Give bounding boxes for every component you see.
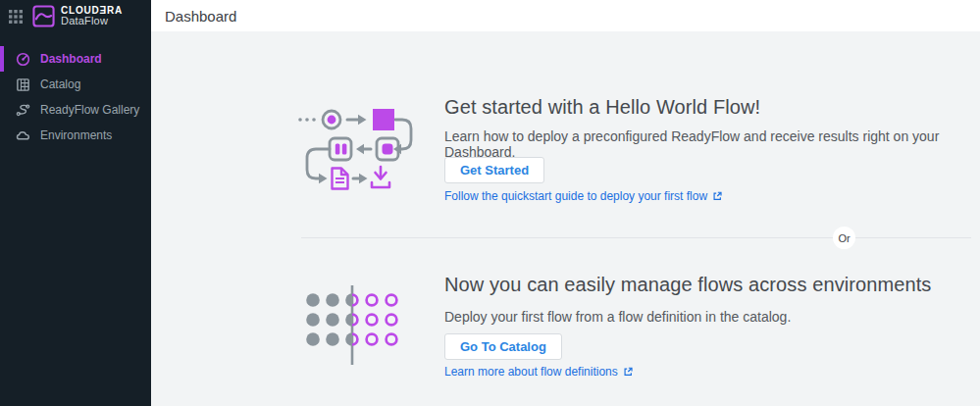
section-heading-hello-world: Get started with a Hello World Flow! <box>444 96 760 119</box>
page-title: Dashboard <box>165 8 236 25</box>
sidebar-nav: Dashboard Catalog <box>0 46 151 148</box>
go-to-catalog-button[interactable]: Go To Catalog <box>444 333 562 360</box>
hello-world-flow-illustration <box>294 99 422 199</box>
sidebar-item-readyflow-gallery[interactable]: ReadyFlow Gallery <box>0 97 151 123</box>
sidebar-item-dashboard[interactable]: Dashboard <box>0 46 151 72</box>
flow-environments-illustration <box>300 283 403 371</box>
sidebar-item-label: ReadyFlow Gallery <box>40 103 139 117</box>
section-heading-manage-flows: Now you can easily manage flows across e… <box>444 274 931 296</box>
sidebar-item-catalog[interactable]: Catalog <box>0 72 151 97</box>
app-window: CLOUDƎRA DataFlow Dashboard <box>0 0 980 406</box>
external-link-icon <box>712 191 722 201</box>
waffle-menu-icon[interactable] <box>8 9 24 25</box>
main-content <box>151 31 980 406</box>
gauge-icon <box>16 52 30 67</box>
sidebar-header: CLOUDƎRA DataFlow <box>0 0 151 32</box>
divider-or-badge: Or <box>833 227 855 249</box>
flow-path-icon <box>16 103 30 118</box>
flow-definitions-link[interactable]: Learn more about flow definitions <box>444 365 633 379</box>
quickstart-guide-link[interactable]: Follow the quickstart guide to deploy yo… <box>444 189 722 203</box>
section-body-hello-world: Learn how to deploy a preconfigured Read… <box>444 128 980 160</box>
catalog-grid-icon <box>16 77 30 92</box>
brand-logo[interactable]: CLOUDƎRA DataFlow <box>32 5 123 27</box>
sidebar-item-label: Environments <box>40 128 112 142</box>
external-link-icon <box>623 367 633 377</box>
dataflow-logo-wave-icon <box>32 5 55 27</box>
get-started-button[interactable]: Get Started <box>444 157 544 183</box>
section-body-manage-flows: Deploy your first flow from a flow defin… <box>444 309 791 325</box>
section-divider <box>301 237 971 238</box>
quickstart-guide-link-label: Follow the quickstart guide to deploy yo… <box>444 189 707 203</box>
sidebar: CLOUDƎRA DataFlow Dashboard <box>0 0 151 406</box>
sidebar-item-environments[interactable]: Environments <box>0 123 151 148</box>
page-header: Dashboard <box>151 0 980 31</box>
sidebar-item-label: Dashboard <box>40 52 102 66</box>
flow-definitions-link-label: Learn more about flow definitions <box>444 365 618 379</box>
cloud-icon <box>16 128 30 143</box>
brand-text: CLOUDƎRA DataFlow <box>61 5 123 27</box>
sidebar-item-label: Catalog <box>40 77 80 91</box>
brand-product: DataFlow <box>61 16 123 27</box>
